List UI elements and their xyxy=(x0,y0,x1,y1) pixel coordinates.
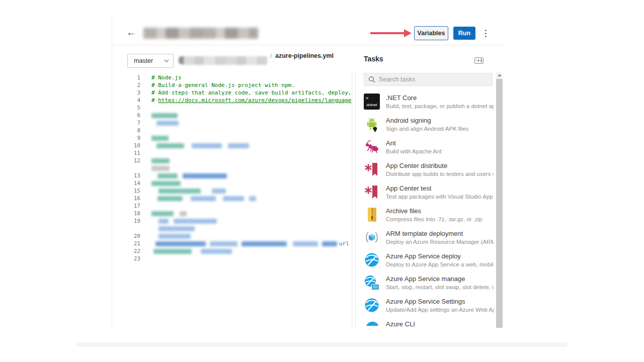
task-list-item[interactable]: App Center distributeDistribute app buil… xyxy=(364,161,494,178)
whitespace-dot: · xyxy=(262,82,265,88)
task-list-item[interactable]: App Center testTest app packages with Vi… xyxy=(364,184,494,201)
code-line: 10 xyxy=(112,142,352,149)
code-content xyxy=(151,113,178,118)
redacted-code xyxy=(151,189,226,194)
yaml-code-editor[interactable]: 1#·Node.js2#·Build·a·general·Node.js·pro… xyxy=(112,72,352,328)
code-content xyxy=(151,136,169,141)
line-number: 19 xyxy=(112,218,140,224)
task-list-item[interactable]: Azure App Service SettingsUpdate/Add App… xyxy=(364,297,494,314)
app-service-icon xyxy=(364,252,380,268)
arm-icon xyxy=(364,229,380,245)
redacted-code xyxy=(151,136,169,141)
code-content: url xyxy=(151,240,349,247)
code-content xyxy=(151,219,217,224)
whitespace-dot: · xyxy=(231,89,235,96)
task-name: Azure App Service manage xyxy=(386,275,494,283)
search-tasks-input[interactable] xyxy=(379,76,488,83)
line-number: 11 xyxy=(112,150,140,156)
task-list-item[interactable]: Archive filesCompress files into .7z, .t… xyxy=(364,207,494,224)
task-list-item[interactable]: Azure CLI xyxy=(364,320,494,328)
task-text: Azure App Service deployDeploy to Azure … xyxy=(386,252,494,268)
code-content xyxy=(151,226,195,231)
back-arrow-icon[interactable]: ← xyxy=(126,27,136,37)
redacted-code xyxy=(151,211,187,216)
android-icon xyxy=(364,116,380,132)
code-line: 15 xyxy=(112,187,352,195)
task-text: App Center distributeDistribute app buil… xyxy=(386,161,494,177)
task-name: .NET Core xyxy=(386,94,494,102)
chevron-down-icon xyxy=(164,59,169,63)
line-number: 13 xyxy=(112,172,140,179)
annotation-arrow-shaft xyxy=(370,32,405,34)
app-center-icon xyxy=(364,184,380,200)
task-list-item[interactable]: >dotnet.NET CoreBuild, test, package, or… xyxy=(364,94,494,111)
task-text: Azure CLI xyxy=(386,320,415,328)
whitespace-dot: · xyxy=(155,89,158,96)
app-service-manage-icon xyxy=(364,275,380,291)
task-list-item[interactable]: ARM template deploymentDeploy an Azure R… xyxy=(364,229,494,246)
code-line: 2#·Build·a·general·Node.js·project·with·… xyxy=(112,81,352,89)
whitespace-dot: · xyxy=(278,82,282,88)
code-content xyxy=(151,181,181,186)
editor-divider xyxy=(352,72,352,328)
dotnet-icon: >dotnet xyxy=(364,94,380,110)
task-name: App Center test xyxy=(386,185,494,192)
code-line: 5 xyxy=(112,104,352,112)
line-number: 15 xyxy=(112,188,140,194)
code-line: 3#·Add·steps·that·analyze·code,·save·bui… xyxy=(112,89,352,97)
task-list-item[interactable]: Android signingSign and align Android AP… xyxy=(364,116,494,133)
path-separator: / xyxy=(270,53,272,60)
run-button[interactable]: Run xyxy=(453,27,475,40)
line-number: 5 xyxy=(112,105,140,111)
code-content xyxy=(151,211,187,216)
whitespace-dot: · xyxy=(268,89,272,96)
line-number: 16 xyxy=(112,195,140,202)
scrollbar-thumb[interactable] xyxy=(496,79,503,328)
task-name: Ant xyxy=(386,139,442,147)
comment-link[interactable]: https://docs.microsoft.com/azure/devops/… xyxy=(158,97,351,104)
pipeline-editor-card: ← Variables Run master / azure-pipelines… xyxy=(112,15,502,328)
code-content xyxy=(151,249,232,254)
variables-button[interactable]: Variables xyxy=(414,26,448,40)
code-line: 8 xyxy=(112,127,352,134)
code-line: 21url xyxy=(112,240,352,247)
whitespace-dot: · xyxy=(155,97,158,104)
code-line: 23 xyxy=(112,255,352,262)
svg-text:dotnet: dotnet xyxy=(367,103,378,107)
code-line: 19 xyxy=(112,217,352,225)
branch-selector[interactable]: master xyxy=(127,54,174,68)
code-content: #·Node.js xyxy=(151,74,182,81)
line-number: 18 xyxy=(112,210,140,217)
whitespace-dot: · xyxy=(168,89,172,96)
redacted-code xyxy=(151,166,170,171)
task-text: Azure App Service manageStart, stop, res… xyxy=(386,275,494,291)
whitespace-dot: · xyxy=(288,89,292,96)
code-line: 4#·https://docs.microsoft.com/azure/devo… xyxy=(112,97,352,104)
code-content: #·Build·a·general·Node.js·project·with·n… xyxy=(151,82,295,88)
code-line: 7 xyxy=(112,119,352,127)
code-line: 16 xyxy=(112,195,352,202)
code-line: 6 xyxy=(112,112,352,119)
annotation-arrow-head xyxy=(404,29,412,37)
task-text: Archive filesCompress files into .7z, .t… xyxy=(386,207,482,223)
whitespace-dot: · xyxy=(252,89,255,96)
archive-icon xyxy=(364,207,380,223)
task-list-item[interactable]: AntBuild with Apache Ant xyxy=(364,139,494,156)
line-number: 23 xyxy=(112,255,140,262)
search-icon xyxy=(368,76,375,83)
redacted-code xyxy=(151,226,195,231)
tasks-scrollbar[interactable] xyxy=(496,72,503,328)
task-list-item[interactable]: Azure App Service manageStart, stop, res… xyxy=(364,275,494,292)
task-description: Compress files into .7z, .tar.gz, or .zi… xyxy=(386,216,482,223)
task-name: App Center distribute xyxy=(386,162,494,169)
task-list-item[interactable]: Azure App Service deployDeploy to Azure … xyxy=(364,252,494,269)
scroll-up-arrow-icon[interactable] xyxy=(498,74,502,76)
code-content xyxy=(151,166,170,171)
kebab-menu-icon[interactable] xyxy=(483,27,488,40)
whitespace-dot: · xyxy=(235,82,238,88)
line-number: 3 xyxy=(112,89,140,96)
whitespace-dot: · xyxy=(182,82,185,88)
collapse-panel-icon[interactable] xyxy=(474,57,484,63)
line-number: 1 xyxy=(112,74,140,81)
task-name: Android signing xyxy=(386,117,468,124)
